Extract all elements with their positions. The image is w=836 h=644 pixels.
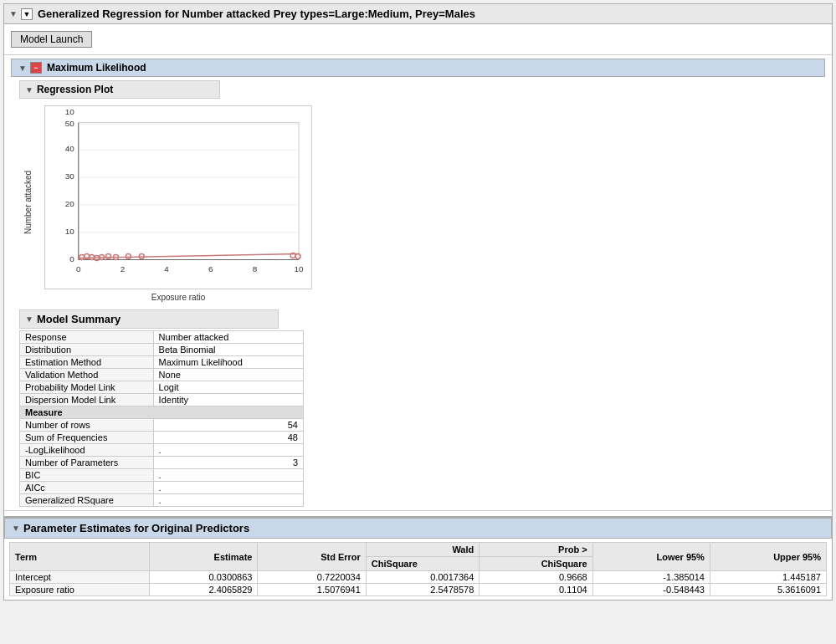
measure-row: Number of rows54 (20, 419, 304, 432)
measure-label: Number of Parameters (20, 457, 154, 469)
measure-label: Number of rows (20, 419, 154, 432)
model-launch-section: Model Launch (4, 24, 832, 55)
measure-label: Sum of Frequencies (20, 432, 154, 444)
param-estimates-label: Parameter Estimates for Original Predict… (23, 522, 249, 534)
summary-label: Dispersion Model Link (20, 394, 154, 406)
col-lower95: Lower 95% (592, 543, 710, 571)
regression-plot-label: Regression Plot (37, 84, 113, 95)
model-summary-header[interactable]: ▼ Model Summary (19, 309, 279, 329)
col-wald-chisquare: ChiSquare (366, 557, 479, 571)
param-row: Intercept 0.0300863 0.7220034 0.0017364 … (10, 571, 827, 584)
measure-row: -LogLikelihood. (20, 444, 304, 457)
x-axis-label: Exposure ratio (44, 293, 312, 302)
measure-value: . (153, 444, 303, 457)
measure-row: AICc. (20, 482, 304, 494)
col-std-error: Std Error (258, 543, 366, 571)
svg-rect-0 (79, 123, 299, 260)
title-bar: ▼ ▼ Generalized Regression for Number at… (4, 4, 832, 24)
param-wald-chisquare: 2.5478578 (366, 584, 479, 596)
svg-text:10: 10 (65, 107, 75, 116)
svg-text:8: 8 (253, 264, 258, 273)
param-wald-chisquare: 0.0017364 (366, 571, 479, 584)
measure-value: . (153, 469, 303, 482)
param-header-row-1: Term Estimate Std Error Wald Prob > Lowe… (10, 543, 827, 557)
measure-label: AICc (20, 482, 154, 494)
param-lower95: -1.385014 (592, 571, 710, 584)
svg-text:0: 0 (69, 254, 74, 263)
svg-text:0: 0 (76, 264, 81, 273)
main-container: ▼ ▼ Generalized Regression for Number at… (3, 3, 833, 601)
svg-text:2: 2 (121, 264, 126, 273)
summary-value: Identity (153, 394, 303, 406)
title-collapse-arrow[interactable]: ▼ (9, 9, 18, 18)
svg-text:40: 40 (65, 144, 75, 153)
plot-collapse-arrow: ▼ (25, 85, 33, 95)
summary-label: Estimation Method (20, 356, 154, 369)
measure-label: BIC (20, 469, 154, 482)
param-estimates-table: Term Estimate Std Error Wald Prob > Lowe… (9, 542, 827, 596)
ml-label: Maximum Likelihood (47, 62, 146, 74)
summary-row: Estimation MethodMaximum Likelihood (20, 356, 304, 369)
param-prob-chisquare: 0.9668 (480, 571, 592, 584)
model-summary-section: ▼ Model Summary ResponseNumber attackedD… (19, 309, 825, 507)
measure-label: Generalized RSquare (20, 494, 154, 507)
col-prob-header: Prob > (480, 543, 592, 557)
svg-text:10: 10 (295, 264, 305, 273)
svg-text:4: 4 (164, 264, 169, 273)
measure-value: 54 (153, 419, 303, 432)
param-collapse-arrow: ▼ (12, 524, 20, 533)
title-collapse-btn[interactable]: ▼ (21, 8, 33, 20)
measure-row: BIC. (20, 469, 304, 482)
param-upper95: 1.445187 (710, 571, 826, 584)
ml-outer-arrow: ▼ (18, 64, 27, 73)
measure-header-row: Measure (20, 406, 304, 419)
svg-text:30: 30 (65, 171, 75, 181)
ml-inner-collapse-btn[interactable]: − (30, 62, 42, 74)
measure-value: 48 (153, 432, 303, 444)
measure-row: Sum of Frequencies48 (20, 432, 304, 444)
summary-value: Beta Binomial (153, 344, 303, 356)
col-wald-header: Wald (366, 543, 479, 557)
measure-value: . (153, 482, 303, 494)
parameter-estimates-section: ▼ Parameter Estimates for Original Predi… (4, 516, 832, 600)
y-axis-label: Number attacked (23, 170, 33, 233)
summary-row: Probability Model LinkLogit (20, 381, 304, 394)
col-term: Term (10, 543, 150, 571)
summary-row: Dispersion Model LinkIdentity (20, 394, 304, 406)
model-launch-button[interactable]: Model Launch (11, 31, 92, 48)
model-summary-table: ResponseNumber attackedDistributionBeta … (19, 330, 304, 507)
ml-section-header[interactable]: ▼ − Maximum Likelihood (11, 59, 825, 77)
maximum-likelihood-section: ▼ − Maximum Likelihood ▼ Regression Plot… (4, 55, 832, 511)
col-prob-chisquare: ChiSquare (480, 557, 592, 571)
summary-row: DistributionBeta Binomial (20, 344, 304, 356)
summary-value: Logit (153, 381, 303, 394)
summary-value: Maximum Likelihood (153, 356, 303, 369)
summary-value: None (153, 369, 303, 381)
measure-row: Generalized RSquare. (20, 494, 304, 507)
measure-label: -LogLikelihood (20, 444, 154, 457)
param-prob-chisquare: 0.1104 (480, 584, 592, 596)
regression-plot-header[interactable]: ▼ Regression Plot (19, 80, 220, 99)
svg-text:10: 10 (65, 227, 75, 236)
summary-value: Number attacked (153, 331, 303, 344)
param-estimate: 0.0300863 (150, 571, 258, 584)
svg-text:20: 20 (65, 199, 75, 208)
summary-label: Response (20, 331, 154, 344)
svg-text:50: 50 (65, 119, 75, 128)
summary-row: ResponseNumber attacked (20, 331, 304, 344)
param-std-error: 0.7220034 (258, 571, 366, 584)
col-estimate: Estimate (150, 543, 258, 571)
measure-row: Number of Parameters3 (20, 457, 304, 469)
param-estimates-header[interactable]: ▼ Parameter Estimates for Original Predi… (4, 518, 832, 539)
summary-row: Validation MethodNone (20, 369, 304, 381)
param-term: Exposure ratio (10, 584, 150, 596)
measure-header-label: Measure (20, 406, 304, 419)
summary-label: Probability Model Link (20, 381, 154, 394)
measure-value: 3 (153, 457, 303, 469)
summary-collapse-arrow: ▼ (25, 314, 33, 324)
col-upper95: Upper 95% (710, 543, 826, 571)
measure-value: . (153, 494, 303, 507)
param-std-error: 1.5076941 (258, 584, 366, 596)
param-term: Intercept (10, 571, 150, 584)
summary-label: Distribution (20, 344, 154, 356)
